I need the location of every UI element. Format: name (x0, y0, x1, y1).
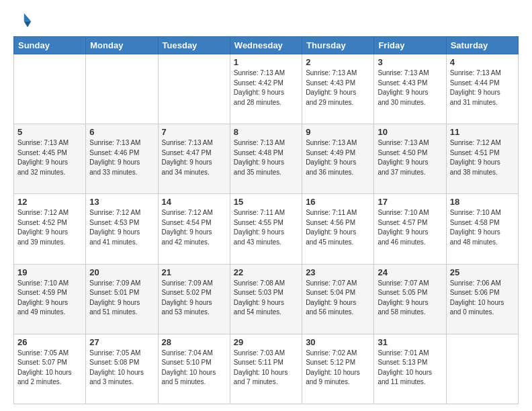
day-number: 27 (89, 337, 154, 347)
logo-icon (13, 11, 32, 30)
day-info: Sunrise: 7:13 AM Sunset: 4:43 PM Dayligh… (378, 68, 442, 107)
day-cell (86, 54, 158, 124)
day-number: 25 (450, 267, 515, 277)
day-info: Sunrise: 7:12 AM Sunset: 4:51 PM Dayligh… (450, 138, 515, 177)
day-info: Sunrise: 7:13 AM Sunset: 4:44 PM Dayligh… (450, 68, 515, 107)
day-number: 2 (306, 57, 370, 67)
day-info: Sunrise: 7:13 AM Sunset: 4:48 PM Dayligh… (234, 138, 298, 177)
day-cell: 3Sunrise: 7:13 AM Sunset: 4:43 PM Daylig… (374, 54, 446, 124)
day-cell: 16Sunrise: 7:11 AM Sunset: 4:56 PM Dayli… (302, 194, 374, 264)
day-number: 20 (89, 267, 154, 277)
day-number: 24 (378, 267, 442, 277)
weekday-header-tuesday: Tuesday (158, 37, 230, 54)
day-info: Sunrise: 7:10 AM Sunset: 4:57 PM Dayligh… (378, 208, 442, 247)
weekday-header-saturday: Saturday (446, 37, 518, 54)
week-row-1: 1Sunrise: 7:13 AM Sunset: 4:42 PM Daylig… (14, 54, 519, 124)
day-cell: 18Sunrise: 7:10 AM Sunset: 4:58 PM Dayli… (446, 194, 518, 264)
week-row-2: 5Sunrise: 7:13 AM Sunset: 4:45 PM Daylig… (14, 124, 519, 194)
day-info: Sunrise: 7:10 AM Sunset: 4:58 PM Dayligh… (450, 208, 515, 247)
day-cell (446, 334, 518, 404)
weekday-header-friday: Friday (374, 37, 446, 54)
day-info: Sunrise: 7:13 AM Sunset: 4:43 PM Dayligh… (306, 68, 370, 107)
day-cell (14, 54, 86, 124)
day-number: 23 (306, 267, 370, 277)
day-info: Sunrise: 7:06 AM Sunset: 5:06 PM Dayligh… (450, 279, 515, 318)
day-cell: 27Sunrise: 7:05 AM Sunset: 5:08 PM Dayli… (86, 334, 158, 404)
day-info: Sunrise: 7:07 AM Sunset: 5:05 PM Dayligh… (378, 279, 442, 318)
day-number: 29 (234, 337, 298, 347)
day-cell: 31Sunrise: 7:01 AM Sunset: 5:13 PM Dayli… (374, 334, 446, 404)
svg-marker-0 (24, 13, 32, 21)
day-info: Sunrise: 7:05 AM Sunset: 5:08 PM Dayligh… (89, 349, 154, 387)
day-number: 8 (234, 127, 298, 137)
day-cell: 6Sunrise: 7:13 AM Sunset: 4:46 PM Daylig… (86, 124, 158, 194)
day-info: Sunrise: 7:05 AM Sunset: 5:07 PM Dayligh… (17, 349, 82, 387)
day-number: 19 (17, 267, 82, 277)
day-info: Sunrise: 7:10 AM Sunset: 4:59 PM Dayligh… (17, 279, 82, 318)
day-number: 11 (450, 127, 515, 137)
day-number: 3 (378, 57, 442, 67)
calendar-table: SundayMondayTuesdayWednesdayThursdayFrid… (13, 36, 519, 404)
day-info: Sunrise: 7:09 AM Sunset: 5:01 PM Dayligh… (89, 279, 154, 318)
day-cell: 24Sunrise: 7:07 AM Sunset: 5:05 PM Dayli… (374, 264, 446, 334)
header (13, 11, 519, 30)
day-cell: 22Sunrise: 7:08 AM Sunset: 5:03 PM Dayli… (230, 264, 302, 334)
day-number: 5 (17, 127, 82, 137)
day-info: Sunrise: 7:12 AM Sunset: 4:53 PM Dayligh… (89, 208, 154, 247)
day-number: 6 (89, 127, 154, 137)
day-number: 15 (234, 197, 298, 207)
day-info: Sunrise: 7:02 AM Sunset: 5:12 PM Dayligh… (306, 349, 370, 387)
day-number: 7 (162, 127, 226, 137)
day-info: Sunrise: 7:08 AM Sunset: 5:03 PM Dayligh… (234, 279, 298, 318)
weekday-header-sunday: Sunday (14, 37, 86, 54)
day-number: 13 (89, 197, 154, 207)
day-cell: 23Sunrise: 7:07 AM Sunset: 5:04 PM Dayli… (302, 264, 374, 334)
day-cell: 7Sunrise: 7:13 AM Sunset: 4:47 PM Daylig… (158, 124, 230, 194)
day-number: 31 (378, 337, 442, 347)
day-info: Sunrise: 7:11 AM Sunset: 4:56 PM Dayligh… (306, 208, 370, 247)
day-info: Sunrise: 7:03 AM Sunset: 5:11 PM Dayligh… (234, 349, 298, 387)
day-number: 1 (234, 57, 298, 67)
weekday-header-monday: Monday (86, 37, 158, 54)
day-cell: 26Sunrise: 7:05 AM Sunset: 5:07 PM Dayli… (14, 334, 86, 404)
svg-marker-1 (24, 21, 32, 28)
day-cell: 4Sunrise: 7:13 AM Sunset: 4:44 PM Daylig… (446, 54, 518, 124)
day-info: Sunrise: 7:12 AM Sunset: 4:52 PM Dayligh… (17, 208, 82, 247)
day-number: 22 (234, 267, 298, 277)
day-number: 17 (378, 197, 442, 207)
day-cell: 20Sunrise: 7:09 AM Sunset: 5:01 PM Dayli… (86, 264, 158, 334)
day-info: Sunrise: 7:11 AM Sunset: 4:55 PM Dayligh… (234, 208, 298, 247)
week-row-3: 12Sunrise: 7:12 AM Sunset: 4:52 PM Dayli… (14, 194, 519, 264)
day-cell: 5Sunrise: 7:13 AM Sunset: 4:45 PM Daylig… (14, 124, 86, 194)
weekday-header-thursday: Thursday (302, 37, 374, 54)
day-cell: 15Sunrise: 7:11 AM Sunset: 4:55 PM Dayli… (230, 194, 302, 264)
day-number: 16 (306, 197, 370, 207)
day-cell (158, 54, 230, 124)
day-cell: 9Sunrise: 7:13 AM Sunset: 4:49 PM Daylig… (302, 124, 374, 194)
day-cell: 2Sunrise: 7:13 AM Sunset: 4:43 PM Daylig… (302, 54, 374, 124)
day-number: 9 (306, 127, 370, 137)
day-info: Sunrise: 7:13 AM Sunset: 4:47 PM Dayligh… (162, 138, 226, 177)
weekday-header-wednesday: Wednesday (230, 37, 302, 54)
day-cell: 14Sunrise: 7:12 AM Sunset: 4:54 PM Dayli… (158, 194, 230, 264)
day-cell: 17Sunrise: 7:10 AM Sunset: 4:57 PM Dayli… (374, 194, 446, 264)
day-info: Sunrise: 7:09 AM Sunset: 5:02 PM Dayligh… (162, 279, 226, 318)
day-number: 28 (162, 337, 226, 347)
day-cell: 13Sunrise: 7:12 AM Sunset: 4:53 PM Dayli… (86, 194, 158, 264)
day-info: Sunrise: 7:13 AM Sunset: 4:45 PM Dayligh… (17, 138, 82, 177)
day-info: Sunrise: 7:07 AM Sunset: 5:04 PM Dayligh… (306, 279, 370, 318)
day-cell: 28Sunrise: 7:04 AM Sunset: 5:10 PM Dayli… (158, 334, 230, 404)
week-row-4: 19Sunrise: 7:10 AM Sunset: 4:59 PM Dayli… (14, 264, 519, 334)
day-info: Sunrise: 7:13 AM Sunset: 4:49 PM Dayligh… (306, 138, 370, 177)
day-cell: 19Sunrise: 7:10 AM Sunset: 4:59 PM Dayli… (14, 264, 86, 334)
day-info: Sunrise: 7:04 AM Sunset: 5:10 PM Dayligh… (162, 349, 226, 387)
day-cell: 29Sunrise: 7:03 AM Sunset: 5:11 PM Dayli… (230, 334, 302, 404)
week-row-5: 26Sunrise: 7:05 AM Sunset: 5:07 PM Dayli… (14, 334, 519, 404)
day-cell: 30Sunrise: 7:02 AM Sunset: 5:12 PM Dayli… (302, 334, 374, 404)
day-cell: 1Sunrise: 7:13 AM Sunset: 4:42 PM Daylig… (230, 54, 302, 124)
day-number: 14 (162, 197, 226, 207)
day-info: Sunrise: 7:13 AM Sunset: 4:46 PM Dayligh… (89, 138, 154, 177)
day-number: 26 (17, 337, 82, 347)
weekday-header-row: SundayMondayTuesdayWednesdayThursdayFrid… (14, 37, 519, 54)
day-number: 12 (17, 197, 82, 207)
